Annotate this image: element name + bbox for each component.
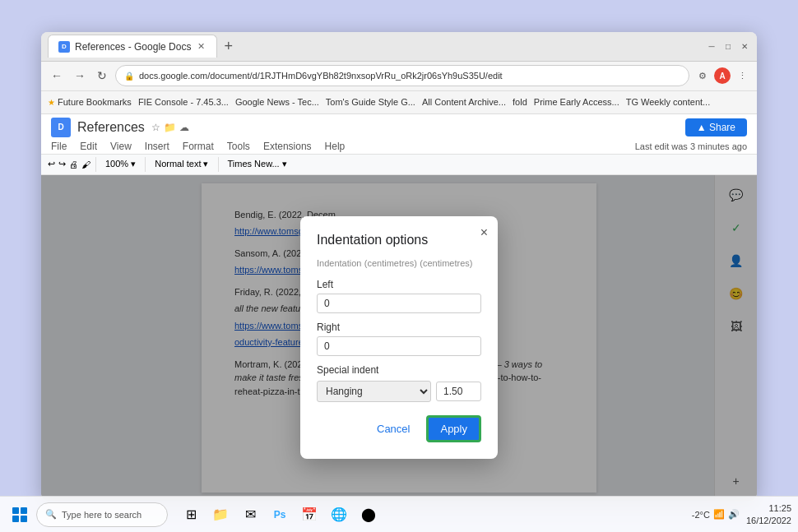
bookmark-label: fold	[513, 97, 527, 107]
edge-icon[interactable]: 🌐	[326, 502, 352, 528]
menu-format[interactable]: Format	[183, 141, 214, 152]
bookmark-future[interactable]: ★ Future Bookmarks	[48, 97, 132, 107]
left-input[interactable]	[317, 294, 481, 313]
special-indent-group: Special indent Hanging None First line	[317, 364, 481, 402]
task-view-button[interactable]: ⊞	[178, 502, 204, 528]
file-explorer-icon[interactable]: 📁	[207, 502, 234, 528]
bookmark-label: Future Bookmarks	[58, 97, 132, 107]
ps-icon[interactable]: Ps	[267, 502, 293, 528]
bookmark-fold[interactable]: fold	[513, 97, 527, 107]
temperature-text: -2°C	[692, 510, 710, 520]
bookmark-news[interactable]: Google News - Tec...	[235, 97, 319, 107]
tab-close-button[interactable]: ✕	[196, 41, 206, 52]
docs-logo: D	[51, 118, 71, 137]
subtitle-text: Indentation	[317, 258, 361, 268]
bookmarks-bar: ★ Future Bookmarks FIE Console - 7.45.3.…	[41, 91, 757, 114]
bookmark-label: Prime Early Access...	[534, 97, 619, 107]
modal-overlay: Indentation options × Indentation (centi…	[41, 175, 757, 501]
menu-extensions[interactable]: Extensions	[263, 141, 312, 152]
separator	[95, 157, 96, 172]
docs-title-row: D References ☆ 📁 ☁ ▲ Share	[51, 118, 747, 137]
mail-icon[interactable]: ✉	[237, 502, 263, 528]
special-indent-select[interactable]: Hanging None First line	[317, 381, 431, 402]
left-label: Left	[317, 279, 481, 290]
menu-tools[interactable]: Tools	[227, 141, 250, 152]
window-controls: ─ □ ✕	[706, 40, 750, 52]
cloud-icon[interactable]: ☁	[179, 122, 189, 133]
tab-title: References - Google Docs	[75, 41, 191, 53]
url-input[interactable]: 🔒 docs.google.com/document/d/1RJTHmD6vgY…	[115, 65, 689, 86]
search-icon: 🔍	[45, 509, 57, 520]
date-display: 16/12/2022	[746, 515, 791, 526]
taskbar-pinned-icons: ⊞ 📁 ✉ Ps 📅 🌐 ⬤	[178, 502, 382, 528]
taskbar-system-tray: -2°C 📶 🔊 11:25 16/12/2022	[692, 502, 791, 526]
start-button[interactable]	[7, 502, 33, 528]
chrome-icon[interactable]: ⬤	[355, 502, 382, 528]
taskbar-clock: 11:25 16/12/2022	[746, 502, 791, 526]
menu-view[interactable]: View	[110, 141, 132, 152]
bookmark-tg[interactable]: TG Weekly content...	[626, 97, 711, 107]
paint-format-button[interactable]: 🖌	[81, 160, 90, 169]
separator	[218, 157, 219, 172]
close-window-button[interactable]: ✕	[739, 40, 750, 52]
bookmark-label: TG Weekly content...	[626, 97, 711, 107]
browser-window: D References - Google Docs ✕ + ─ □ ✕ ← →…	[41, 32, 757, 501]
dialog-close-button[interactable]: ×	[480, 226, 488, 239]
indentation-dialog: Indentation options × Indentation (centi…	[300, 216, 498, 459]
taskbar-search-box[interactable]: 🔍 Type here to search	[36, 502, 168, 527]
menu-file[interactable]: File	[51, 141, 67, 152]
menu-insert[interactable]: Insert	[145, 141, 169, 152]
docs-title: References	[77, 120, 145, 135]
more-options-icon[interactable]: ⋮	[734, 67, 750, 84]
extensions-icon[interactable]: ⚙	[694, 67, 711, 84]
time-display: 11:25	[746, 502, 791, 514]
last-edit-text: Last edit was 3 minutes ago	[635, 141, 747, 151]
star-doc-icon[interactable]: ☆	[151, 122, 160, 133]
forward-button[interactable]: →	[71, 67, 89, 84]
share-button[interactable]: ▲ Share	[685, 118, 747, 136]
font-dropdown[interactable]: Times New... ▾	[224, 157, 291, 171]
dialog-actions: Cancel Apply	[317, 415, 481, 442]
special-indent-row: Hanging None First line	[317, 381, 481, 402]
bookmark-label: Google News - Tec...	[235, 97, 319, 107]
docs-area: D References ☆ 📁 ☁ ▲ Share File Edit Vie…	[41, 114, 757, 501]
redo-button[interactable]: ↪	[58, 159, 66, 169]
new-tab-button[interactable]: +	[220, 38, 236, 55]
docs-favicon: D	[58, 41, 70, 53]
menu-help[interactable]: Help	[325, 141, 346, 152]
bookmark-fie[interactable]: FIE Console - 7.45.3...	[138, 97, 229, 107]
print-button[interactable]: 🖨	[69, 160, 78, 169]
move-icon[interactable]: 📁	[164, 122, 176, 133]
cancel-button[interactable]: Cancel	[367, 415, 420, 442]
docs-header: D References ☆ 📁 ☁ ▲ Share File Edit Vie…	[41, 114, 757, 155]
browser-toolbar-icons: ⚙ A ⋮	[694, 67, 750, 84]
special-indent-value-input[interactable]	[436, 382, 481, 401]
apply-button[interactable]: Apply	[426, 415, 481, 442]
title-bar: D References - Google Docs ✕ + ─ □ ✕	[41, 32, 757, 62]
zoom-dropdown[interactable]: 100% ▾	[101, 157, 140, 171]
menu-edit[interactable]: Edit	[80, 141, 97, 152]
maximize-button[interactable]: □	[722, 40, 734, 52]
calendar-icon[interactable]: 📅	[296, 502, 322, 528]
profile-icon[interactable]: A	[714, 67, 731, 84]
docs-menu-row: File Edit View Insert Format Tools Exten…	[51, 139, 747, 154]
docs-toolbar: ↩ ↪ 🖨 🖌 100% ▾ Normal text ▾ Times New..…	[41, 155, 757, 175]
sound-icon: 🔊	[728, 509, 740, 520]
tray-icons: -2°C 📶 🔊	[692, 509, 740, 520]
undo-button[interactable]: ↩	[48, 159, 55, 169]
active-tab[interactable]: D References - Google Docs ✕	[48, 35, 217, 58]
back-button[interactable]: ←	[48, 67, 66, 84]
search-placeholder: Type here to search	[62, 510, 142, 520]
bookmark-prime[interactable]: Prime Early Access...	[534, 97, 619, 107]
bookmark-style[interactable]: Tom's Guide Style G...	[326, 97, 415, 107]
right-label: Right	[317, 322, 481, 333]
minimize-button[interactable]: ─	[706, 40, 717, 52]
bookmark-label: Tom's Guide Style G...	[326, 97, 415, 107]
right-input[interactable]	[317, 336, 481, 356]
refresh-button[interactable]: ↻	[94, 67, 110, 84]
docs-content: Bendig, E. (2022, Decem... http://www.to…	[41, 175, 757, 501]
bookmark-archive[interactable]: All Content Archive...	[422, 97, 506, 107]
style-dropdown[interactable]: Normal text ▾	[151, 157, 212, 171]
tab-bar: D References - Google Docs ✕ +	[48, 35, 706, 58]
network-icon: 📶	[713, 509, 725, 520]
